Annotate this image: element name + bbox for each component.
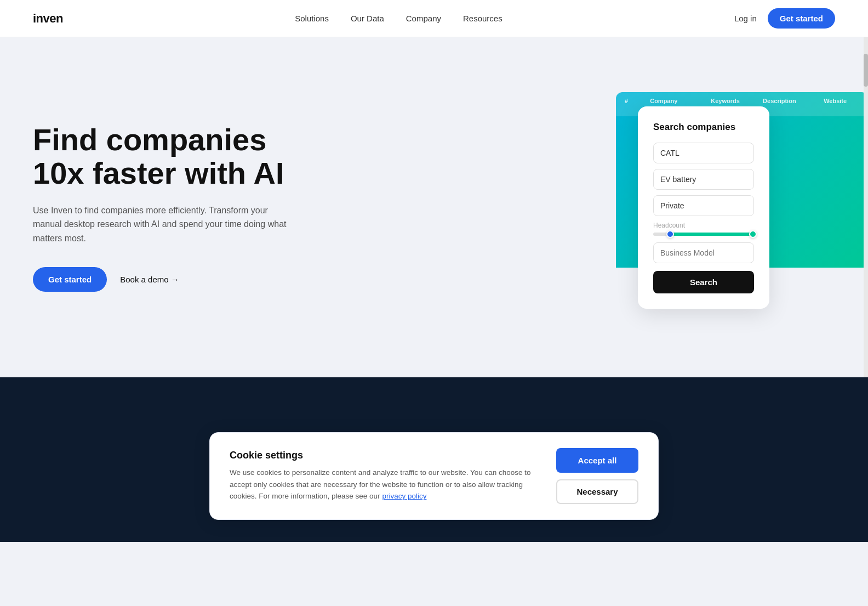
slider-thumb-left[interactable]	[666, 230, 674, 238]
hero-book-demo-link[interactable]: Book a demo →	[120, 275, 179, 284]
scrollbar-thumb[interactable]	[864, 54, 868, 87]
nav-solutions[interactable]: Solutions	[295, 14, 329, 23]
bottom-section: Cookie settings We use cookies to person…	[0, 377, 868, 542]
search-business-model-input[interactable]	[653, 242, 754, 263]
search-type-input[interactable]	[653, 195, 754, 216]
col-website: Website	[824, 98, 859, 111]
navigation: inven Solutions Our Data Company Resourc…	[0, 0, 868, 37]
hero-title: Find companies 10x faster with AI	[33, 123, 318, 190]
login-link[interactable]: Log in	[734, 14, 757, 23]
hero-buttons: Get started Book a demo →	[33, 267, 318, 292]
headcount-slider[interactable]	[653, 233, 754, 236]
search-card-title: Search companies	[653, 122, 754, 133]
cookie-banner: Cookie settings We use cookies to person…	[209, 432, 659, 520]
cookie-description: We use cookies to personalize content an…	[230, 467, 534, 502]
col-num: #	[625, 98, 633, 111]
nav-get-started-button[interactable]: Get started	[768, 8, 835, 29]
privacy-policy-link[interactable]: privacy policy	[382, 492, 426, 500]
scrollbar[interactable]	[864, 37, 868, 377]
hero-left: Find companies 10x faster with AI Use In…	[33, 123, 318, 292]
search-company-input[interactable]	[653, 143, 754, 163]
slider-fill	[671, 233, 752, 236]
cookie-text-block: Cookie settings We use cookies to person…	[230, 450, 534, 502]
hero-right: # Company name Keywords Description Webs…	[318, 103, 835, 312]
nav-our-data[interactable]: Our Data	[351, 14, 384, 23]
search-keywords-input[interactable]	[653, 169, 754, 190]
hero-get-started-button[interactable]: Get started	[33, 267, 107, 292]
col-description: Description	[763, 98, 807, 111]
accept-all-button[interactable]: Accept all	[556, 448, 638, 473]
headcount-label: Headcount	[653, 222, 754, 229]
hero-subtitle: Use Inven to find companies more efficie…	[33, 203, 296, 246]
cookie-title: Cookie settings	[230, 450, 534, 461]
hero-section: Find companies 10x faster with AI Use In…	[0, 37, 868, 377]
nav-right: Log in Get started	[734, 8, 835, 29]
nav-resources[interactable]: Resources	[463, 14, 502, 23]
slider-thumb-right[interactable]	[749, 230, 757, 238]
nav-links: Solutions Our Data Company Resources	[295, 14, 502, 24]
cookie-buttons: Accept all Necessary	[556, 448, 638, 504]
necessary-button[interactable]: Necessary	[556, 479, 638, 504]
nav-company[interactable]: Company	[406, 14, 441, 23]
logo: inven	[33, 12, 63, 26]
search-button[interactable]: Search	[653, 271, 754, 293]
search-card: Search companies Headcount Search	[638, 106, 769, 309]
